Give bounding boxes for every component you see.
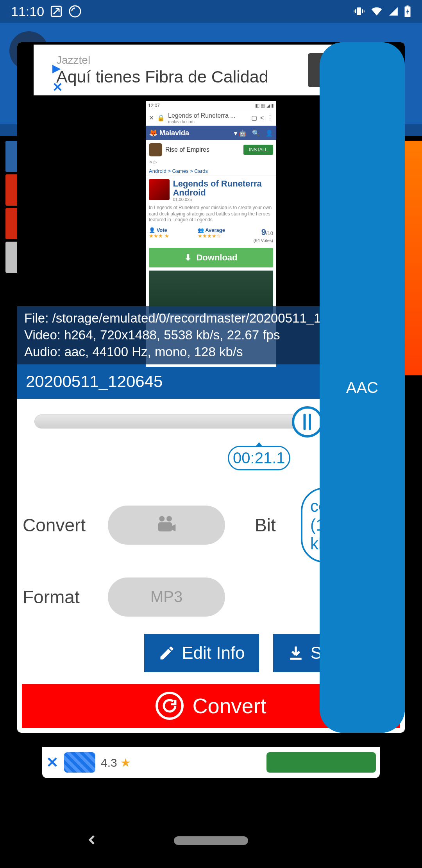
svg-rect-2 <box>357 7 361 15</box>
ad-brand: Jazztel <box>56 54 308 66</box>
home-pill[interactable] <box>174 836 248 845</box>
vibrate-icon <box>353 5 365 17</box>
status-bar: 11:10 <box>0 0 422 23</box>
ad-play-icon: ▶ <box>52 62 61 75</box>
ad-close-icon[interactable]: ✕ <box>52 80 63 95</box>
trim-start-time: 00:21.1 <box>228 446 290 470</box>
svg-rect-11 <box>158 522 172 531</box>
format-mp3-option[interactable]: MP3 <box>108 577 225 617</box>
signal-icon <box>388 6 399 16</box>
svg-rect-9 <box>304 414 306 430</box>
menu-icon: ⋮ <box>267 114 273 122</box>
convert-label: Convert <box>23 515 97 536</box>
close-icon: ✕ <box>46 754 59 771</box>
convert-icon <box>156 692 184 720</box>
format-toggle[interactable]: MP3 AAC <box>108 577 225 617</box>
svg-point-1 <box>70 6 80 17</box>
lock-icon: 🔒 <box>157 114 165 122</box>
share-icon: < <box>260 115 264 122</box>
edit-info-button[interactable]: Edit Info <box>144 634 259 672</box>
status-time: 11:10 <box>11 4 44 19</box>
download-icon: ⬇ <box>184 253 191 263</box>
user-icon: 👤 <box>265 129 273 137</box>
file-name: 20200511_120645 <box>26 372 163 391</box>
svg-rect-3 <box>355 9 356 13</box>
back-button[interactable] <box>84 832 100 849</box>
search-icon: 🔍 <box>252 129 260 137</box>
svg-rect-10 <box>309 414 311 430</box>
svg-point-12 <box>159 516 165 522</box>
app-icon-1 <box>50 5 63 18</box>
bookmark-icon: ▢ <box>251 114 257 122</box>
ad-headline: Aquí tienes Fibra de Calidad <box>56 67 308 86</box>
download-icon <box>287 644 304 662</box>
format-label: Format <box>23 586 97 608</box>
battery-charging-icon <box>404 5 411 17</box>
wifi-icon <box>370 5 383 18</box>
pencil-icon <box>158 644 175 662</box>
app-icon-2 <box>68 5 82 18</box>
convert-dialog: ▶ ✕ Jazztel Aquí tienes Fibra de Calidad… <box>17 42 405 733</box>
svg-rect-6 <box>364 11 365 13</box>
navigation-bar <box>0 813 422 868</box>
background-bottom-strip: ✕ 4.3 ★ <box>42 747 380 778</box>
svg-rect-5 <box>354 11 354 13</box>
trim-handle-start[interactable] <box>292 406 323 438</box>
svg-rect-4 <box>362 9 363 13</box>
svg-rect-8 <box>407 5 409 7</box>
convert-type-toggle[interactable] <box>108 506 225 545</box>
bit-label: Bit <box>255 515 290 536</box>
convert-video-option[interactable] <box>108 506 225 545</box>
close-icon: ✕ <box>149 114 154 122</box>
svg-point-13 <box>166 516 172 522</box>
